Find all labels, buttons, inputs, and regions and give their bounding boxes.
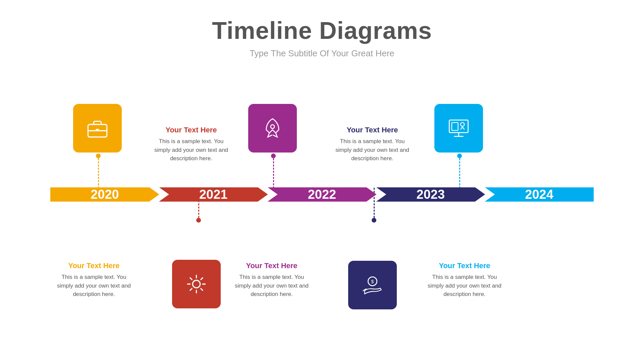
svg-point-4 (271, 125, 274, 128)
heading-2024: Your Text Here (424, 261, 505, 270)
body-2024: This is a sample text. You simply add yo… (424, 273, 505, 299)
body-2023: This is a sample text. You simply add yo… (332, 137, 413, 163)
year-2020: 2020 (91, 187, 119, 202)
dot-2021 (196, 218, 201, 223)
icon-box-2020 (73, 104, 122, 153)
timeline-bar: 2020 2021 2022 2023 2024 (50, 184, 594, 205)
bar-2022: 2022 (268, 187, 377, 202)
subtitle: Type The Subtitle Of Your Great Here (212, 48, 432, 59)
bar-2024: 2024 (485, 187, 594, 202)
main-title: Timeline Diagrams (212, 17, 432, 44)
dot-2024 (457, 154, 462, 158)
heading-2020: Your Text Here (54, 261, 134, 270)
svg-text:$: $ (371, 279, 374, 284)
text-block-2022: Your Text Here This is a sample text. Yo… (231, 261, 312, 299)
year-2021: 2021 (199, 187, 228, 202)
text-block-2023-above: Your Text Here This is a sample text. Yo… (332, 126, 413, 163)
dot-2020 (96, 154, 101, 158)
year-2024: 2024 (525, 187, 553, 202)
icon-box-2024 (434, 104, 483, 153)
svg-point-11 (461, 123, 464, 126)
dot-2022 (271, 154, 276, 158)
gear-icon (184, 272, 209, 297)
year-2023: 2023 (417, 187, 445, 202)
icon-box-2021 (172, 260, 221, 308)
bar-2023: 2023 (376, 187, 485, 202)
text-block-2021-above: Your Text Here This is a sample text. Yo… (151, 126, 231, 163)
heading-2021: Your Text Here (151, 126, 231, 134)
body-2020: This is a sample text. You simply add yo… (54, 273, 134, 299)
svg-rect-10 (452, 123, 458, 130)
bar-2020: 2020 (50, 187, 159, 202)
rocket-icon (260, 116, 285, 141)
header: Timeline Diagrams Type The Subtitle Of Y… (212, 17, 432, 59)
heading-2022: Your Text Here (231, 261, 312, 270)
connector-2024-above (457, 154, 462, 188)
dot-2023 (372, 218, 376, 223)
slide: Timeline Diagrams Type The Subtitle Of Y… (0, 0, 644, 362)
presentation-icon (446, 116, 471, 141)
connector-2022-above (271, 154, 276, 188)
body-2021: This is a sample text. You simply add yo… (151, 137, 231, 163)
year-2022: 2022 (308, 187, 336, 202)
bar-2021: 2021 (159, 187, 268, 202)
money-hand-icon: $ (360, 273, 385, 298)
connector-2020-above (96, 154, 101, 188)
icon-box-2023: $ (348, 261, 397, 309)
svg-point-3 (193, 280, 200, 288)
text-block-2020: Your Text Here This is a sample text. Yo… (54, 261, 134, 299)
icon-box-2022 (248, 104, 297, 153)
heading-2023: Your Text Here (332, 126, 413, 134)
text-block-2024: Your Text Here This is a sample text. Yo… (424, 261, 505, 299)
body-2022: This is a sample text. You simply add yo… (231, 273, 312, 299)
briefcase-icon (85, 116, 110, 141)
